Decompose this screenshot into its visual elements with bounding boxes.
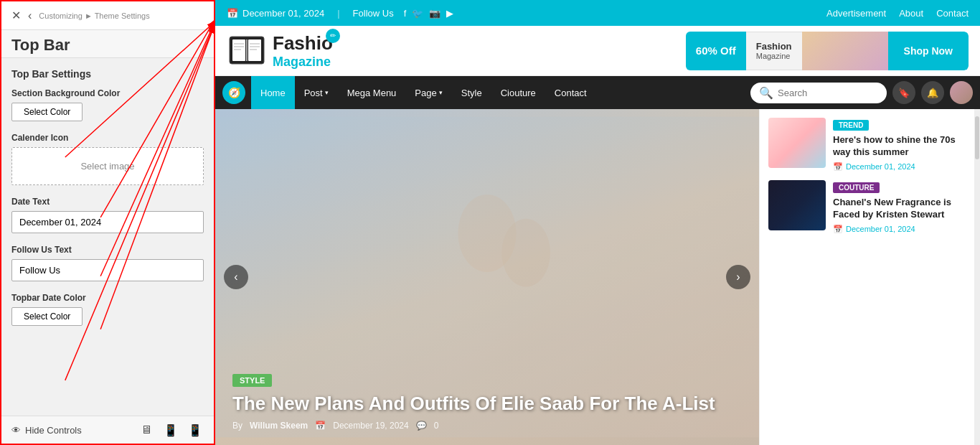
sidebar-card-2-date: 📅 December 01, 2024	[833, 225, 966, 234]
section-heading: Top Bar Settings	[11, 68, 204, 80]
about-link[interactable]: About	[899, 8, 923, 19]
instagram-icon[interactable]: 📷	[429, 8, 440, 19]
sidebar-card-2-content: COUTURE Chanel's New Fragrance is Faced …	[833, 180, 966, 234]
customizer-panel: ✕ ‹ Customizing ► Theme Settings Top Bar…	[0, 0, 215, 445]
logo-icon	[227, 31, 267, 71]
desktop-icon[interactable]: 🖥	[138, 423, 155, 436]
nav-page[interactable]: Page ▾	[405, 76, 451, 109]
site-preview: 📅 December 01, 2024 | Follow Us f 🐦 📷 ▶ …	[215, 0, 980, 445]
banner-text-area: Fashion Magazine	[746, 32, 802, 70]
topbar-separator: |	[337, 8, 339, 19]
bell-icon[interactable]: 🔔	[921, 81, 944, 104]
shop-now-button[interactable]: Shop Now	[888, 32, 969, 70]
logo-area: Fashio ✏ Magazine	[227, 31, 333, 71]
nav-style[interactable]: Style	[452, 76, 491, 109]
social-icons: f 🐦 📷 ▶	[404, 8, 454, 19]
nav-mega-menu[interactable]: Mega Menu	[338, 76, 406, 109]
sidebar-card-1-title: Here's how to shine the 70s way this sum…	[833, 134, 966, 159]
bg-color-button[interactable]: Select Color	[11, 103, 83, 121]
edit-icon[interactable]: ✏	[326, 29, 340, 43]
nav-contact[interactable]: Contact	[545, 76, 596, 109]
site-header: Fashio ✏ Magazine 60% Off Fashion Magazi…	[215, 26, 980, 76]
site-sidebar: TREND Here's how to shine the 70s way th…	[759, 109, 974, 445]
sidebar-card-2-title: Chanel's New Fragrance is Faced by Krist…	[833, 197, 966, 221]
back-button[interactable]: ‹	[28, 9, 32, 22]
banner-subtitle: Magazine	[756, 52, 792, 60]
contact-link[interactable]: Contact	[936, 8, 969, 19]
hero-next-button[interactable]: ›	[726, 265, 750, 289]
close-button[interactable]: ✕	[11, 9, 21, 22]
tablet-icon[interactable]: 📱	[162, 423, 179, 436]
page-caret: ▾	[439, 89, 443, 96]
logo-magazine: Magazine	[273, 55, 331, 69]
date-text-field: Date Text	[11, 197, 204, 233]
topbar-date-color-field: Topbar Date Color Select Color	[11, 293, 204, 326]
sidebar-thumb-2	[768, 180, 826, 230]
topbar-date: 📅 December 01, 2024	[227, 8, 324, 19]
sidebar-card-1-date: 📅 December 01, 2024	[833, 162, 966, 172]
advertisement-link[interactable]: Advertisement	[826, 8, 886, 19]
bookmark-icon[interactable]: 🔖	[892, 81, 915, 104]
scroll-thumb	[975, 116, 979, 159]
banner-image	[802, 32, 888, 70]
facebook-icon[interactable]: f	[404, 8, 407, 19]
sidebar-thumb-1	[768, 118, 826, 168]
hero-prev-button[interactable]: ‹	[224, 265, 248, 289]
post-caret: ▾	[325, 89, 329, 96]
hero-comment-icon: 💬	[416, 421, 427, 431]
nav-ciouture[interactable]: Ciouture	[491, 76, 545, 109]
nav-search-area: 🔍 🔖 🔔	[750, 81, 973, 104]
couture-badge: COUTURE	[833, 182, 880, 193]
logo-text: Fashio ✏ Magazine	[273, 32, 333, 70]
date-text-label: Date Text	[11, 197, 204, 207]
hero-comments: 0	[434, 421, 439, 431]
header-banner: 60% Off Fashion Magazine Shop Now	[686, 32, 969, 70]
hero-meta: By Willum Skeem 📅 December 19, 2024 💬 0	[232, 421, 742, 431]
sidebar-card-2: COUTURE Chanel's New Fragrance is Faced …	[768, 180, 966, 234]
hero-calendar-icon: 📅	[315, 421, 326, 431]
sidebar-card-1: TREND Here's how to shine the 70s way th…	[768, 118, 966, 172]
hero-image: STYLE The New Plans And Outfits Of Elie …	[215, 109, 759, 445]
topbar-date-text: December 01, 2024	[242, 8, 324, 19]
panel-body: Top Bar Settings Section Background Colo…	[1, 58, 214, 416]
panel-topbar: ✕ ‹ Customizing ► Theme Settings	[1, 1, 214, 30]
image-select-box[interactable]: Select image	[11, 147, 204, 185]
site-topbar: 📅 December 01, 2024 | Follow Us f 🐦 📷 ▶ …	[215, 0, 980, 26]
search-icon: 🔍	[759, 86, 773, 100]
hide-controls-label: Hide Controls	[25, 425, 82, 436]
calendar-icon: 📅	[227, 8, 238, 19]
topbar-date-color-button[interactable]: Select Color	[11, 307, 83, 326]
hero-date: December 19, 2024	[333, 421, 408, 431]
hero-title: The New Plans And Outfits Of Elie Saab F…	[232, 393, 742, 415]
hide-controls-button[interactable]: 👁 Hide Controls	[11, 425, 82, 436]
site-nav: 🧭 Home Post ▾ Mega Menu Page ▾ Style Cio…	[215, 76, 980, 109]
search-box: 🔍	[750, 83, 887, 103]
hero-by: By	[232, 421, 242, 431]
svg-point-17	[501, 219, 550, 287]
topbar-date-color-label: Topbar Date Color	[11, 293, 204, 303]
logo-fashion: Fashio	[273, 32, 333, 54]
compass-icon[interactable]: 🧭	[222, 81, 245, 104]
footer-icons: 🖥 📱 📱	[138, 423, 204, 436]
date-text-input[interactable]	[11, 211, 204, 233]
nav-home[interactable]: Home	[251, 76, 295, 109]
bg-color-label: Section Background Color	[11, 88, 204, 98]
panel-footer: 👁 Hide Controls 🖥 📱 📱	[1, 416, 214, 444]
follow-us-input[interactable]	[11, 259, 204, 281]
mobile-icon[interactable]: 📱	[187, 423, 204, 436]
youtube-icon[interactable]: ▶	[446, 8, 453, 19]
nav-post[interactable]: Post ▾	[295, 76, 338, 109]
calendar-icon-field: Calender Icon Select image	[11, 133, 204, 185]
scroll-track[interactable]	[974, 109, 980, 445]
hero-badge: STYLE	[232, 374, 272, 387]
svg-rect-7	[248, 39, 261, 61]
hero-slider: STYLE The New Plans And Outfits Of Elie …	[215, 109, 759, 445]
follow-us-label: Follow Us Text	[11, 245, 204, 255]
search-input[interactable]	[778, 88, 878, 98]
sidebar-calendar-icon-1: 📅	[833, 162, 843, 172]
banner-title: Fashion	[756, 41, 792, 52]
user-avatar[interactable]	[950, 81, 973, 104]
banner-discount: 60% Off	[686, 32, 746, 70]
twitter-icon[interactable]: 🐦	[412, 8, 423, 19]
bg-color-field: Section Background Color Select Color	[11, 88, 204, 121]
